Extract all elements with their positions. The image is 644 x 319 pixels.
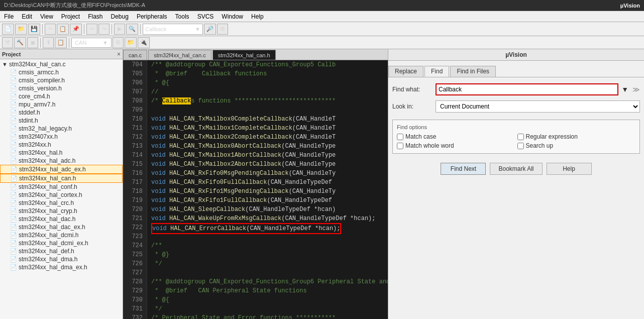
find-expand-icon[interactable]: ▼: [621, 85, 628, 93]
save-btn[interactable]: 💾: [28, 24, 40, 35]
code-editor[interactable]: 7047057067077087097107117127137147157167…: [123, 60, 388, 319]
copy-btn[interactable]: 📋: [57, 24, 69, 35]
menu-item-window[interactable]: Window: [218, 11, 247, 22]
menu-item-peripherals[interactable]: Peripherals: [133, 11, 171, 22]
find-option-match-case[interactable]: Match case: [397, 133, 515, 140]
tree-item-stm32f4xx_hal_adc-h[interactable]: 📄stm32f4xx_hal_adc.h: [0, 157, 123, 165]
peripheral-btn[interactable]: 🔌: [138, 37, 150, 48]
find-btn-find-next[interactable]: Find Next: [441, 163, 486, 175]
build-btn[interactable]: ▶: [114, 24, 125, 35]
sidebar-close-btn[interactable]: ×: [117, 51, 121, 58]
debug-btn[interactable]: 🔍: [126, 24, 138, 35]
tree-item-stdint-h[interactable]: 📄stdint.h: [0, 117, 123, 125]
tree-item-stm32f4xx_hal_conf-h[interactable]: 📄stm32f4xx_hal_conf.h: [0, 183, 123, 191]
tree-item-stm32f4xx_hal_dcmi_ex-h[interactable]: 📄stm32f4xx_hal_dcmi_ex.h: [0, 239, 123, 247]
tree-item-stm32f4xx_hal_crc-h[interactable]: 📄stm32f4xx_hal_crc.h: [0, 199, 123, 207]
code-line-728[interactable]: /** @addtogroup CAN_Exported_Functions_G…: [151, 277, 384, 286]
code-line-720[interactable]: void HAL_CAN_SleepCallback(CAN_HandleTyp…: [151, 205, 384, 214]
tree-item-stm32f4xx_hal_dac_ex-h[interactable]: 📄stm32f4xx_hal_dac_ex.h: [0, 223, 123, 231]
target-dropdown[interactable]: CAN ▼: [71, 38, 112, 48]
code-line-710[interactable]: void HAL_CAN_TxMailbox0CompleteCallback(…: [151, 115, 384, 124]
tab-can-c[interactable]: can.c: [123, 50, 147, 60]
find-tab-find[interactable]: Find: [424, 66, 449, 77]
menu-item-file[interactable]: File: [0, 11, 18, 22]
target-options-btn[interactable]: ⚙: [113, 37, 124, 48]
tree-item-mpu_armv7-h[interactable]: 📄mpu_armv7.h: [0, 100, 123, 109]
menu-item-help[interactable]: Help: [247, 11, 268, 22]
code-line-729[interactable]: * @brief CAN Peripheral State functions: [151, 286, 384, 295]
tree-item-stm32f4xx_hal_cortex-h[interactable]: 📄stm32f4xx_hal_cortex.h: [0, 191, 123, 199]
search-btn[interactable]: 🔎: [204, 24, 216, 35]
tree-item-stm32f407xx-h[interactable]: 📄stm32f407xx.h: [0, 133, 123, 141]
tree-item-stm32f4xx_hal_adc_ex-h[interactable]: 📄stm32f4xx_hal_adc_ex.h: [0, 165, 123, 174]
menu-item-svcs[interactable]: SVCS: [193, 11, 218, 22]
menu-item-debug[interactable]: Debug: [107, 11, 133, 22]
menu-item-edit[interactable]: Edit: [18, 11, 36, 22]
code-line-725[interactable]: * @}: [151, 250, 384, 259]
tree-item-stm32f4xx-h[interactable]: 📄stm32f4xx.h: [0, 141, 123, 149]
code-line-717[interactable]: void HAL_CAN_RxFifo0FullCallback(CAN_Han…: [151, 178, 384, 187]
code-line-708[interactable]: /* Callbacks functions *****************…: [151, 96, 384, 105]
tree-item-stm32f4xx_hal_can-h[interactable]: 📄stm32f4xx_hal_can.h: [0, 174, 123, 183]
code-line-707[interactable]: //: [151, 87, 384, 96]
tree-item-cmsis_compiler-h[interactable]: 📄cmsis_compiler.h: [0, 76, 123, 84]
find-what-input[interactable]: [436, 83, 618, 95]
code-line-712[interactable]: void HAL_CAN_TxMailbox2CompleteCallback(…: [151, 133, 384, 142]
find-option-regular-expression[interactable]: Regular expression: [517, 133, 636, 140]
find-option-search-up[interactable]: Search up: [517, 142, 636, 149]
tree-item-stm32f4xx_hal_dma_ex-h[interactable]: 📄stm32f4xx_hal_dma_ex.h: [0, 263, 123, 271]
code-line-713[interactable]: void HAL_CAN_TxMailbox0AbortCallback(CAN…: [151, 142, 384, 151]
tab-stm32f4xx_hal_can-h[interactable]: stm32f4xx_hal_can.h: [212, 50, 276, 60]
code-line-726[interactable]: */: [151, 259, 384, 268]
undo-btn[interactable]: ↩: [86, 24, 97, 35]
menu-item-tools[interactable]: Tools: [171, 11, 193, 22]
code-line-716[interactable]: void HAL_CAN_RxFifo0MsgPendingCallback(C…: [151, 169, 384, 178]
find-tab-replace[interactable]: Replace: [388, 66, 423, 77]
tree-item-stddef-h[interactable]: 📄stddef.h: [0, 109, 123, 117]
tree-item-stm32f4xx_hal_dma-h[interactable]: 📄stm32f4xx_hal_dma.h: [0, 255, 123, 263]
tree-item-stm32f4xx_hal_dcmi-h[interactable]: 📄stm32f4xx_hal_dcmi.h: [0, 231, 123, 239]
options-btn[interactable]: ⚙: [217, 24, 228, 35]
find-option-match-whole-word[interactable]: Match whole word: [397, 142, 515, 149]
code-line-722[interactable]: void HAL_CAN_ErrorCallback(CAN_HandleTyp…: [151, 223, 384, 232]
code-line-709[interactable]: [151, 105, 384, 115]
menu-item-project[interactable]: Project: [57, 11, 84, 22]
find-btn-help[interactable]: Help: [547, 163, 592, 175]
tree-root[interactable]: ▼stm32f4xx_hal_can.c: [0, 60, 123, 68]
code-line-718[interactable]: void HAL_CAN_RxFifo1MsgPendingCallback(C…: [151, 187, 384, 196]
open-btn[interactable]: 📁: [15, 24, 27, 35]
tree-item-cmsis_armcc-h[interactable]: 📄cmsis_armcc.h: [0, 68, 123, 76]
code-line-714[interactable]: void HAL_CAN_TxMailbox1AbortCallback(CAN…: [151, 151, 384, 160]
new-btn[interactable]: 📄: [2, 24, 14, 35]
tree-item-cmsis_version-h[interactable]: 📄cmsis_version.h: [0, 84, 123, 92]
look-in-select[interactable]: Current DocumentAll Open DocumentsProjec…: [436, 100, 640, 113]
menu-item-view[interactable]: View: [36, 11, 57, 22]
cut-btn[interactable]: ✂: [45, 24, 56, 35]
code-line-724[interactable]: /**: [151, 241, 384, 250]
callback-dropdown[interactable]: Callback ▼: [143, 24, 203, 35]
code-line-715[interactable]: void HAL_CAN_TxMailbox2AbortCallback(CAN…: [151, 160, 384, 169]
find-btn-bookmark-all[interactable]: Bookmark All: [490, 163, 542, 175]
code-line-721[interactable]: void HAL_CAN_WakeUpFromRxMsgCallback(CAN…: [151, 214, 384, 223]
tab-stm32f4xx_hal_can-c[interactable]: stm32f4xx_hal_can.c: [148, 50, 211, 60]
code-line-711[interactable]: void HAL_CAN_TxMailbox1CompleteCallback(…: [151, 124, 384, 133]
menu-item-flash[interactable]: Flash: [84, 11, 106, 22]
tree-item-core_cm4-h[interactable]: 📄core_cm4.h: [0, 92, 123, 100]
tree-item-stm32_hal_legacy-h[interactable]: 📄stm32_hal_legacy.h: [0, 125, 123, 133]
code-line-719[interactable]: void HAL_CAN_RxFifo1FullCallback(CAN_Han…: [151, 196, 384, 205]
code-line-732[interactable]: /* Peripheral State and Error functions …: [151, 313, 384, 319]
rebuild-btn[interactable]: 🔨: [14, 37, 26, 48]
find-more-icon[interactable]: ≫: [632, 85, 640, 93]
settings-btn[interactable]: 📋: [55, 37, 67, 48]
find-tab-find-in-files[interactable]: Find in Files: [450, 66, 496, 77]
tree-item-stm32f4xx_hal_cryp-h[interactable]: 📄stm32f4xx_hal_cryp.h: [0, 207, 123, 215]
manage-btn[interactable]: 📁: [125, 37, 137, 48]
code-line-705[interactable]: * @brief Callback functions: [151, 69, 384, 78]
code-line-730[interactable]: * @{: [151, 295, 384, 304]
stop-btn[interactable]: ⏹: [27, 37, 38, 48]
code-line-731[interactable]: */: [151, 304, 384, 313]
download-btn[interactable]: ⬇: [43, 37, 54, 48]
code-line-706[interactable]: * @{: [151, 78, 384, 87]
redo-btn[interactable]: ↪: [98, 24, 110, 35]
code-line-727[interactable]: [151, 268, 384, 277]
